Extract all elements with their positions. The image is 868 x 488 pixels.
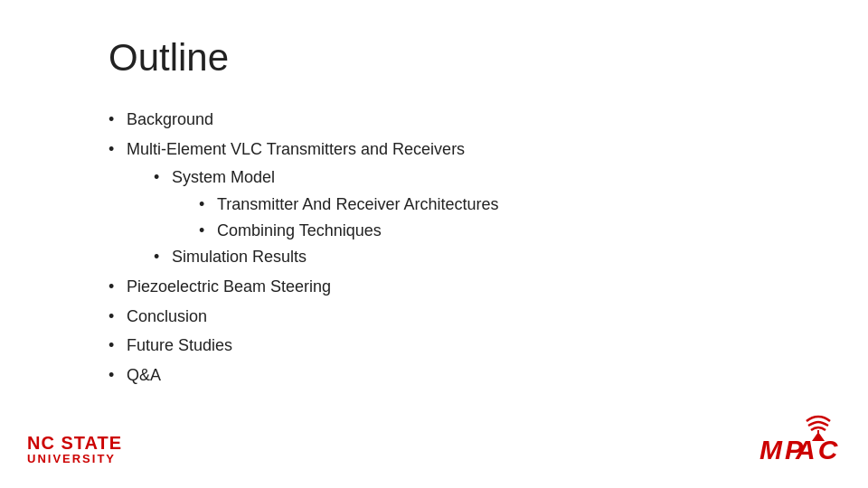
list-item: Conclusion [108,304,796,330]
mpact-logo: MP ACT [760,414,841,470]
list-item: Piezoelectric Beam Steering [108,274,796,300]
list-item: Transmitter And Receiver Architectures [199,192,796,218]
list-item: System Model Transmitter And Receiver Ar… [154,164,796,244]
nc-state-logo: NC STATE UNIVERSITY [27,433,122,465]
list-item: Q&A [108,362,796,389]
outline-list: Background Multi-Element VLC Transmitter… [108,107,796,389]
list-item: Multi-Element VLC Transmitters and Recei… [108,136,796,270]
list-item: Background [108,107,796,133]
nc-state-line1: NC STATE [27,433,122,453]
list-item: Simulation Results [154,244,796,270]
nc-state-line2: UNIVERSITY [27,453,122,465]
sub-sub-list: Transmitter And Receiver Architectures C… [172,192,796,244]
sub-list: System Model Transmitter And Receiver Ar… [127,164,796,270]
mpact-svg-logo: MP ACT [760,414,841,464]
slide-title: Outline [108,36,796,80]
list-item: Future Studies [108,333,796,359]
svg-text:ACT: ACT [795,435,841,464]
slide: Outline Background Multi-Element VLC Tra… [0,0,868,488]
list-item: Combining Techniques [199,218,796,244]
